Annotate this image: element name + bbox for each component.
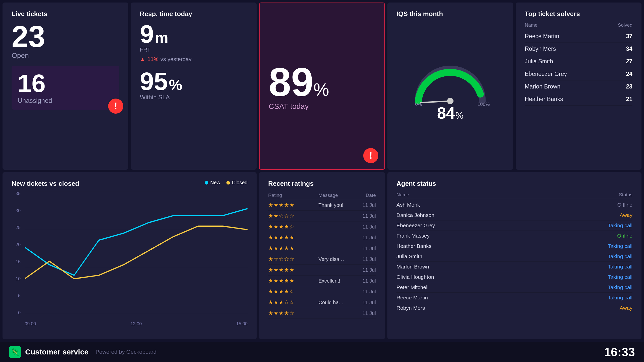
unassigned-box: 16 Unassigned ! <box>12 66 119 110</box>
rating-row: ★★★☆☆ Could have been quicker to re... 1… <box>268 297 376 308</box>
open-count: 23 <box>12 21 119 52</box>
csat-alert-icon: ! <box>362 147 379 164</box>
chart-area: 35 30 25 20 15 10 5 0 <box>12 191 248 326</box>
legend-new-label: New <box>210 180 220 186</box>
col-name: Name <box>525 22 538 28</box>
change-row: ▲ 11% vs yesterday <box>140 56 248 63</box>
rating-row: ★★☆☆☆ 11 Jul <box>268 211 376 221</box>
y-5: 5 <box>12 293 21 298</box>
csat-value: 89 <box>269 62 313 102</box>
solver-row: Julia Smith 27 <box>525 55 632 68</box>
agent-row: Julia Smith Taking call <box>396 251 632 262</box>
y-25: 25 <box>12 225 21 230</box>
open-label: Open <box>12 52 119 60</box>
chart-plot: 09:00 12:00 15:00 <box>25 191 248 326</box>
message: Very disappointed with service <box>318 256 348 262</box>
csat-value-container: 89 % <box>269 62 329 102</box>
sla-unit: % <box>169 76 182 94</box>
date: 11 Jul <box>348 213 376 219</box>
agent-name: Marlon Brown <box>396 264 429 270</box>
change-vs: vs yesterday <box>160 56 192 63</box>
footer: 🦎 Customer service Powered by Geckoboard… <box>0 342 644 362</box>
agent-row: Frank Massey Online <box>396 231 632 241</box>
agent-status: Taking call <box>608 274 632 280</box>
sla-value: 95 <box>140 69 168 94</box>
y-20: 20 <box>12 242 21 247</box>
agent-row: Heather Banks Taking call <box>396 241 632 251</box>
stars: ★★☆☆☆ <box>268 213 318 219</box>
message: Could have been quicker to re... <box>318 300 348 305</box>
y-axis: 35 30 25 20 15 10 5 0 <box>12 191 21 326</box>
agent-status: Taking call <box>608 222 632 229</box>
agent-row: Ebeneezer Grey Taking call <box>396 220 632 231</box>
live-tickets-card: Live tickets 23 Open 16 Unassigned ! <box>3 3 128 170</box>
iqs-unit: % <box>456 110 464 121</box>
agent-name: Frank Massey <box>396 233 430 239</box>
y-30: 30 <box>12 208 21 213</box>
date: 11 Jul <box>348 235 376 241</box>
dashboard: Live tickets 23 Open 16 Unassigned ! Res… <box>0 0 644 342</box>
agent-status: Away <box>620 305 632 311</box>
rating-row: ★★★★★ Excellent! 11 Jul <box>268 276 376 286</box>
solver-count: 21 <box>626 96 632 103</box>
change-percent: 11% <box>147 56 158 63</box>
col-solved: Solved <box>618 22 632 28</box>
solvers-header: Name Solved <box>525 21 632 29</box>
frt-value: 9 <box>140 21 154 47</box>
alert-icon: ! <box>107 98 124 115</box>
chart-svg <box>25 191 248 326</box>
solver-name: Heather Banks <box>525 96 563 103</box>
solver-name: Robyn Mers <box>525 46 556 52</box>
agent-row: Olivia Houghton Taking call <box>396 272 632 282</box>
legend-closed: Closed <box>226 180 248 186</box>
ratings-header: Rating Message Date <box>268 191 376 200</box>
legend-closed-dot <box>226 181 230 185</box>
legend-new: New <box>205 180 220 186</box>
agent-row: Marlon Brown Taking call <box>396 262 632 272</box>
date: 11 Jul <box>348 224 376 230</box>
ratings-rows: ★★★★★ Thank you! 11 Jul ★★☆☆☆ 11 Jul ★★★… <box>268 200 376 319</box>
date: 11 Jul <box>348 300 376 305</box>
date: 11 Jul <box>348 267 376 273</box>
solver-count: 37 <box>626 33 632 40</box>
svg-text:0%: 0% <box>415 102 422 106</box>
x-1500: 15:00 <box>236 321 248 327</box>
solver-row: Robyn Mers 34 <box>525 43 632 55</box>
csat-label: CSAT today <box>269 102 309 111</box>
agent-col-name: Name <box>396 192 409 198</box>
agent-status: Taking call <box>608 243 632 249</box>
date: 11 Jul <box>348 278 376 284</box>
rating-row: ★★★★★ 11 Jul <box>268 232 376 243</box>
date: 11 Jul <box>348 310 376 316</box>
agent-row: Ash Monk Offline <box>396 200 632 210</box>
message: Thank you! <box>318 202 348 208</box>
agent-name: Robyn Mers <box>396 305 425 311</box>
resp-time-title: Resp. time today <box>140 10 248 18</box>
unassigned-label: Unassigned <box>18 97 113 105</box>
gauge-svg: 0% 100% <box>410 61 491 106</box>
rating-row: ★★★★★ Thank you! 11 Jul <box>268 200 376 211</box>
agent-status: Online <box>617 233 632 239</box>
sla-label: Within SLA <box>140 94 248 101</box>
agent-status: Taking call <box>608 264 632 270</box>
unassigned-count: 16 <box>18 71 113 96</box>
rating-row: ★★★★☆ 11 Jul <box>268 286 376 297</box>
agent-name: Danica Johnson <box>396 212 434 218</box>
agent-row: Peter Mitchell Taking call <box>396 282 632 293</box>
ratings-title: Recent ratings <box>268 180 376 188</box>
rating-row: ★★★★☆ 11 Jul <box>268 221 376 232</box>
solver-row: Ebeneezer Grey 24 <box>525 68 632 80</box>
agent-status: Taking call <box>608 295 632 301</box>
legend-closed-label: Closed <box>232 180 248 186</box>
solvers-title: Top ticket solvers <box>525 10 632 18</box>
agent-row: Robyn Mers Away <box>396 303 632 313</box>
iqs-value: 84 <box>437 104 455 122</box>
iqs-value-container: 84 % <box>437 104 463 122</box>
agent-status: Offline <box>617 202 632 208</box>
iqs-card: IQS this month 0% 100% 84 % <box>387 3 513 170</box>
iqs-title: IQS this month <box>396 10 504 18</box>
live-tickets-title: Live tickets <box>12 10 119 18</box>
col-rating: Rating <box>268 193 318 198</box>
y-0: 0 <box>12 310 21 315</box>
date: 11 Jul <box>348 246 376 251</box>
